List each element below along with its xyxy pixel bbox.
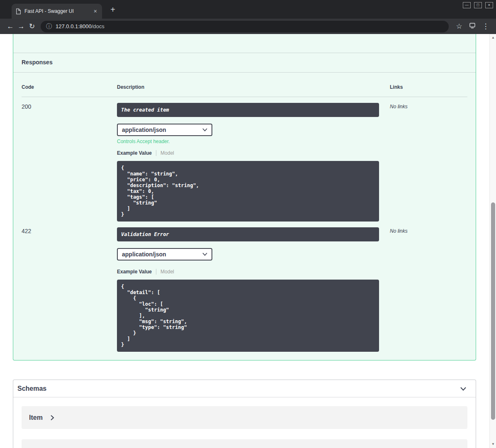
chevron-down-icon [202, 253, 207, 256]
schemas-header[interactable]: Schemas [13, 380, 476, 397]
scrollbar-thumb[interactable] [491, 202, 495, 420]
toolbar-right-icons: ☆ ⋮ [454, 21, 491, 32]
chevron-down-icon[interactable] [459, 385, 467, 393]
response-row-422: 422 Validation Error application/json Ex… [22, 222, 467, 352]
forward-icon[interactable]: → [16, 21, 27, 32]
model-item[interactable]: Item [22, 406, 467, 429]
tab-strip: Fast API - Swagger UI × + — □ × [0, 0, 496, 19]
opblock-spacer [13, 34, 476, 53]
example-json-block: { "detail": [ { "loc": [ "string" ], "ms… [117, 280, 379, 352]
scrollbar-down-icon[interactable]: ▼ [490, 441, 496, 447]
response-code: 422 [22, 227, 117, 352]
responses-title: Responses [22, 59, 467, 66]
model-name: Item [29, 414, 43, 421]
responses-header: Responses [13, 53, 476, 73]
scrollbar-up-icon[interactable]: ▲ [490, 35, 496, 41]
example-json-block: { "name": "string", "price": 0, "descrip… [117, 161, 379, 222]
column-links: Links [390, 84, 467, 90]
chevron-right-icon [50, 415, 54, 421]
minimize-button[interactable]: — [463, 2, 471, 8]
tab-close-icon[interactable]: × [93, 8, 98, 14]
response-description-box: Validation Error [117, 227, 379, 241]
response-description-box: The created item [117, 103, 379, 117]
column-code: Code [22, 84, 117, 90]
media-type-value: application/json [122, 127, 166, 133]
window-controls: — □ × [463, 2, 493, 8]
reload-icon[interactable]: ↻ [27, 21, 37, 32]
tab-model[interactable]: Model [156, 269, 174, 275]
tab-title: Fast API - Swagger UI [24, 8, 93, 14]
response-code: 200 [22, 103, 117, 222]
media-type-value: application/json [122, 251, 166, 258]
browser-tab[interactable]: Fast API - Swagger UI × [12, 4, 102, 19]
example-model-tabs: Example Value Model [117, 269, 390, 275]
extensions-icon[interactable] [467, 21, 478, 32]
page-favicon-icon [16, 8, 21, 15]
schemas-title: Schemas [17, 385, 46, 392]
schemas-models: Item ValidationError [13, 397, 476, 448]
new-tab-button[interactable]: + [108, 5, 118, 15]
maximize-button[interactable]: □ [474, 2, 482, 8]
model-validationerror[interactable]: ValidationError [22, 439, 467, 448]
back-icon[interactable]: ← [5, 21, 16, 32]
url-path: /docs [92, 23, 105, 29]
browser-toolbar: ← → ↻ ⓘ 127.0.0.1:8000/docs ☆ ⋮ [0, 19, 496, 34]
response-description-cell: Validation Error application/json Exampl… [117, 227, 390, 352]
tab-example-value[interactable]: Example Value [117, 269, 156, 275]
page-viewport: Responses Code Description Links 200 The… [0, 34, 489, 448]
close-button[interactable]: × [485, 2, 493, 8]
browser-chrome: Fast API - Swagger UI × + — □ × ← → ↻ ⓘ … [0, 0, 496, 34]
chevron-down-icon [202, 128, 207, 131]
column-description: Description [117, 84, 390, 90]
response-description-cell: The created item application/json Contro… [117, 103, 390, 222]
response-row-200: 200 The created item application/json Co… [22, 97, 467, 222]
url-host: 127.0.0.1:8000 [56, 23, 92, 29]
schemas-section: Schemas Item ValidationError [13, 380, 476, 448]
tab-example-value[interactable]: Example Value [117, 150, 156, 156]
tab-model[interactable]: Model [156, 150, 174, 156]
response-links: No links [390, 103, 467, 222]
site-info-icon[interactable]: ⓘ [46, 23, 52, 30]
browser-menu-icon[interactable]: ⋮ [480, 21, 491, 32]
controls-accept-note: Controls Accept header. [117, 139, 390, 144]
responses-table: Code Description Links 200 The created i… [13, 73, 476, 360]
response-links: No links [390, 227, 467, 352]
post-opblock-responses-section: Responses Code Description Links 200 The… [13, 34, 476, 360]
media-type-select[interactable]: application/json [117, 248, 212, 261]
example-model-tabs: Example Value Model [117, 150, 390, 156]
bookmark-star-icon[interactable]: ☆ [454, 21, 464, 32]
page-scrollbar[interactable]: ▲ ▼ [489, 34, 496, 448]
media-type-select[interactable]: application/json [117, 124, 212, 136]
address-bar[interactable]: ⓘ 127.0.0.1:8000/docs [41, 21, 449, 32]
responses-table-header: Code Description Links [22, 73, 467, 97]
